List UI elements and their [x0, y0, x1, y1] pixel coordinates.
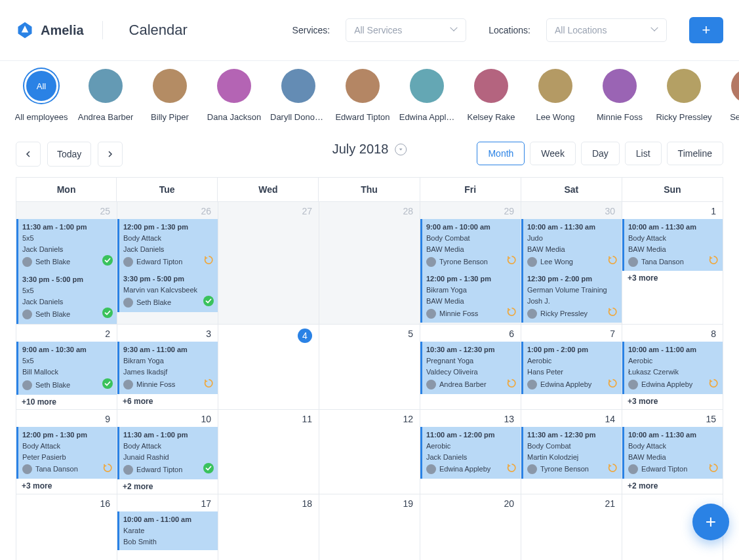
appointment-event[interactable]: 10:00 am - 11:30 amBody AttackBAW MediaT… — [622, 219, 723, 271]
employee-filter-item[interactable]: Dana Jackson — [209, 69, 260, 122]
event-service: Pregnant Yoga — [426, 355, 517, 367]
appointment-event[interactable]: 3:30 pm - 5:00 pm5x5Jack DanielsSeth Bla… — [16, 271, 117, 324]
cell-date: 25 — [16, 202, 117, 219]
calendar-cell[interactable]: 2612:00 pm - 1:30 pmBody AttackJack Dani… — [117, 201, 218, 324]
calendar-cell[interactable]: 20 — [420, 494, 521, 560]
employee-filter-item[interactable]: Edwina Appl… — [401, 69, 452, 122]
employee-filter-item[interactable]: Kelsey Rake — [466, 69, 517, 122]
floating-add-button[interactable]: + — [692, 504, 729, 540]
employee-filter-item[interactable]: Ricky Pressley — [658, 69, 709, 122]
next-month-button[interactable] — [98, 142, 123, 167]
employee-filter-item[interactable]: AllAll employees — [16, 69, 67, 122]
calendar-cell[interactable]: 3010:00 am - 11:30 amJudoBAW MediaLee Wo… — [521, 201, 622, 324]
status-recurring-icon — [507, 463, 517, 473]
view-week-button[interactable]: Week — [530, 142, 576, 165]
appointment-event[interactable]: 11:30 am - 12:30 pmBody CombatMartin Kol… — [521, 427, 622, 479]
avatar — [281, 69, 315, 103]
employee-name: Billy Piper — [151, 112, 189, 122]
more-events-link[interactable]: +6 more — [117, 394, 218, 409]
add-button[interactable]: + — [689, 17, 723, 43]
appointment-event[interactable]: 3:30 pm - 5:00 pmMarvin van KalcvsbeekSe… — [117, 271, 218, 312]
view-timeline-button[interactable]: Timeline — [667, 142, 723, 165]
appointment-event[interactable]: 10:00 am - 11:00 amKarateBob Smith — [117, 511, 218, 550]
calendar-cell[interactable]: 39:30 am - 11:00 amBikram YogaJames Ikad… — [117, 324, 218, 409]
calendar-cell[interactable]: 29:00 am - 10:30 am5x5Bill MallockSeth B… — [16, 324, 117, 409]
appointment-event[interactable]: 12:00 pm - 1:30 pmBody AttackJack Daniel… — [117, 219, 218, 271]
more-events-link[interactable]: +3 more — [16, 479, 117, 493]
employee-filter-item[interactable]: Edward Tipton — [337, 69, 388, 122]
calendar-cell[interactable]: 5 — [319, 324, 420, 409]
appointment-event[interactable]: 11:00 am - 12:00 pmAerobicJack DanielsEd… — [420, 427, 521, 479]
calendar-cell[interactable]: 912:00 pm - 1:30 pmBody AttackPeter Pasi… — [16, 409, 117, 494]
plus-icon: + — [706, 511, 716, 532]
logo[interactable]: Amelia — [16, 21, 103, 39]
calendar-cell[interactable]: 110:00 am - 11:30 amBody AttackBAW Media… — [622, 201, 723, 324]
employee-filter-item[interactable]: Andrea Barber — [80, 69, 131, 122]
appointment-event[interactable]: 11:30 am - 1:00 pmBody AttackJunaid Rash… — [117, 427, 218, 479]
calendar-cell[interactable]: 1710:00 am - 11:00 amKarateBob Smith — [117, 494, 218, 560]
appointment-event[interactable]: 11:30 am - 1:00 pm5x5Jack DanielsSeth Bl… — [16, 219, 117, 271]
cell-events: 10:00 am - 11:00 amKarateBob Smith — [117, 511, 218, 550]
current-month-label[interactable]: July 2018 — [332, 142, 407, 157]
employee-filter-item[interactable]: Billy Piper — [144, 69, 195, 122]
employee-avatar-icon — [426, 380, 436, 390]
appointment-event[interactable]: 9:30 am - 11:00 amBikram YogaJames Ikads… — [117, 342, 218, 393]
calendar-cell[interactable]: 2511:30 am - 1:00 pm5x5Jack DanielsSeth … — [16, 201, 117, 324]
calendar-cell[interactable]: 28 — [319, 201, 420, 324]
locations-filter-select[interactable]: All Locations — [546, 18, 667, 42]
employee-filter-item[interactable]: Minnie Foss — [594, 69, 645, 122]
calendar-cell[interactable]: 1411:30 am - 12:30 pmBody CombatMartin K… — [521, 409, 622, 494]
prev-month-button[interactable] — [16, 142, 41, 167]
services-filter-select[interactable]: All Services — [346, 18, 466, 42]
calendar-cell[interactable]: 1311:00 am - 12:00 pmAerobicJack Daniels… — [420, 409, 521, 494]
more-events-link[interactable]: +10 more — [16, 395, 117, 409]
appointment-event[interactable]: 12:30 pm - 2:00 pmGerman Volume Training… — [521, 271, 622, 323]
appointment-event[interactable]: 9:00 am - 10:30 am5x5Bill MallockSeth Bl… — [16, 342, 117, 394]
view-list-button[interactable]: List — [625, 142, 662, 165]
avatar — [731, 69, 739, 103]
view-month-button[interactable]: Month — [477, 142, 525, 165]
calendar-cell[interactable]: 18 — [218, 494, 319, 560]
employee-filter-item[interactable]: Seth Blak — [723, 69, 739, 122]
status-recurring-icon — [507, 378, 517, 388]
calendar-cell[interactable]: 16 — [16, 494, 117, 560]
appointment-event[interactable]: 10:00 am - 11:30 amJudoBAW MediaLee Wong — [521, 219, 622, 271]
calendar-cell[interactable]: 27 — [218, 201, 319, 324]
calendar-cell[interactable]: 21 — [521, 494, 622, 560]
more-events-link[interactable]: +2 more — [622, 479, 723, 493]
calendar-cell[interactable]: 4 — [218, 324, 319, 409]
appointment-event[interactable]: 10:00 am - 11:30 amBody AttackBAW MediaE… — [622, 427, 723, 479]
calendar-cell[interactable]: 12 — [319, 409, 420, 494]
calendar-cell[interactable]: 1510:00 am - 11:30 amBody AttackBAW Medi… — [622, 409, 723, 494]
appointment-event[interactable]: 10:00 am - 11:00 amAerobicŁukasz Czerwik… — [622, 342, 723, 393]
calendar-cell[interactable]: 1011:30 am - 1:00 pmBody AttackJunaid Ra… — [117, 409, 218, 494]
view-day-button[interactable]: Day — [581, 142, 620, 165]
cell-events: 12:00 pm - 1:30 pmBody AttackPeter Pasie… — [16, 427, 117, 479]
calendar-cell[interactable]: 19 — [319, 494, 420, 560]
event-customer: Josh J. — [527, 296, 618, 307]
employee-filter-item[interactable]: Lee Wong — [530, 69, 581, 122]
appointment-event[interactable]: 9:00 am - 10:00 amBody CombatBAW MediaTy… — [420, 219, 521, 271]
appointment-event[interactable]: 12:00 pm - 1:30 pmBikram YogaBAW MediaMi… — [420, 271, 521, 323]
event-time: 10:00 am - 11:00 am — [628, 344, 719, 355]
appointment-event[interactable]: 1:00 pm - 2:00 pmAerobicHans PeterEdwina… — [521, 342, 622, 393]
appointment-event[interactable]: 10:30 am - 12:30 pmPregnant YogaValdecy … — [420, 342, 521, 393]
more-events-link[interactable]: +3 more — [622, 271, 723, 285]
event-time: 12:30 pm - 2:00 pm — [527, 273, 618, 285]
more-events-link[interactable]: +2 more — [117, 479, 218, 494]
calendar-cell[interactable]: 610:30 am - 12:30 pmPregnant YogaValdecy… — [420, 324, 521, 409]
more-events-link[interactable]: +3 more — [622, 394, 723, 409]
calendar-cell[interactable]: 810:00 am - 11:00 amAerobicŁukasz Czerwi… — [622, 324, 723, 409]
calendar-cell[interactable]: 299:00 am - 10:00 amBody CombatBAW Media… — [420, 201, 521, 324]
cell-events: 9:30 am - 11:00 amBikram YogaJames Ikads… — [117, 342, 218, 393]
event-time: 10:00 am - 11:30 am — [527, 222, 618, 233]
event-employee: Seth Blake — [136, 297, 200, 308]
appointment-event[interactable]: 12:00 pm - 1:30 pmBody AttackPeter Pasie… — [16, 427, 117, 479]
calendar-cell[interactable]: 11 — [218, 409, 319, 494]
status-recurring-icon — [103, 463, 113, 473]
employee-filter-item[interactable]: Daryll Donov… — [273, 69, 324, 122]
calendar-cell[interactable]: 71:00 pm - 2:00 pmAerobicHans PeterEdwin… — [521, 324, 622, 409]
today-button[interactable]: Today — [47, 142, 91, 167]
calendar-grid: MonTueWedThuFriSatSun 2511:30 am - 1:00 … — [16, 177, 723, 560]
event-time: 10:30 am - 12:30 pm — [426, 344, 517, 355]
